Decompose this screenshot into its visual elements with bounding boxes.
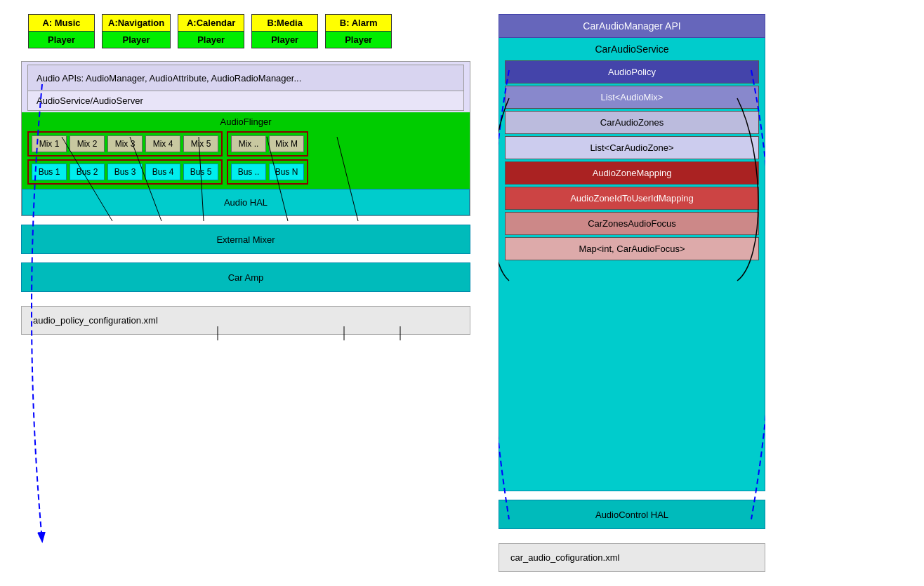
app-title-navigation: A:Navigation — [103, 15, 170, 32]
app-player-calendar: Player — [178, 32, 244, 48]
app-title-media: B:Media — [252, 15, 317, 32]
left-panel: A: Music Player A:Navigation Player A:Ca… — [21, 14, 470, 572]
bus-row: Bus 1 Bus 2 Bus 3 Bus 4 Bus 5 Bus .. Bus… — [27, 159, 464, 185]
xml-left-label: audio_policy_configuration.xml — [33, 315, 158, 326]
r-box-car-audio-zones: CarAudioZones — [505, 111, 759, 134]
app-box-calendar: A:Calendar Player — [178, 14, 244, 48]
r-box-list-car-audio-zone: List<CarAudioZone> — [505, 136, 759, 159]
car-audio-manager-api: CarAudioManager API — [499, 14, 765, 38]
audio-service-label: AudioService/AudioServer — [37, 95, 143, 106]
mix-row: Mix 1 Mix 2 Mix 3 Mix 4 Mix 5 Mix .. Mix… — [27, 131, 464, 157]
app-player-navigation: Player — [103, 32, 170, 48]
mix-group-2: Mix .. Mix M — [227, 131, 308, 157]
app-player-media: Player — [252, 32, 317, 48]
app-title-alarm: B: Alarm — [326, 15, 391, 32]
mix-box-5: Mix 5 — [183, 135, 218, 152]
audio-service-section: Audio APIs: AudioManager, AudioAttribute… — [21, 61, 470, 216]
app-box-alarm: B: Alarm Player — [325, 14, 392, 48]
audio-hal-layer: Audio HAL — [22, 189, 470, 215]
audio-control-hal: AudioControl HAL — [499, 500, 765, 529]
mix-box-4: Mix 4 — [145, 135, 180, 152]
audio-apis-layer: Audio APIs: AudioManager, AudioAttribute… — [27, 65, 464, 91]
car-amp-label: Car Amp — [228, 272, 264, 283]
r-box-list-audiomix: List<AudioMix> — [505, 86, 759, 109]
audio-hal-label: Audio HAL — [224, 197, 268, 208]
bus-box-2: Bus 2 — [70, 164, 105, 180]
bus-box-dots: Bus .. — [231, 164, 266, 180]
car-amp-layer: Car Amp — [21, 262, 470, 292]
app-player-music: Player — [29, 32, 94, 48]
api-label: CarAudioManager API — [583, 20, 680, 32]
audio-service-layer: AudioService/AudioServer — [27, 91, 464, 111]
mix-box-3: Mix 3 — [107, 135, 143, 152]
mix-box-1: Mix 1 — [32, 135, 67, 152]
bus-group-1: Bus 1 Bus 2 Bus 3 Bus 4 Bus 5 — [27, 159, 223, 185]
car-audio-service-container: CarAudioService AudioPolicy List<AudioMi… — [499, 38, 765, 491]
app-row: A: Music Player A:Navigation Player A:Ca… — [28, 14, 470, 48]
xml-right-label: car_audio_cofiguration.xml — [510, 552, 619, 563]
mix-box-2: Mix 2 — [70, 135, 105, 152]
app-box-navigation: A:Navigation Player — [102, 14, 171, 48]
bus-box-4: Bus 4 — [145, 164, 180, 180]
app-title-calendar: A:Calendar — [178, 15, 244, 32]
app-box-music: A: Music Player — [28, 14, 95, 48]
audio-control-hal-label: AudioControl HAL — [595, 510, 668, 520]
r-box-audio-zone-id: AudioZoneIdToUserIdMapping — [505, 187, 759, 210]
audio-flinger-section: AudioFlinger Mix 1 Mix 2 Mix 3 Mix 4 Mix… — [22, 112, 470, 189]
bus-box-n: Bus N — [269, 164, 304, 180]
r-box-audio-policy: AudioPolicy — [505, 60, 759, 84]
bus-box-5: Bus 5 — [183, 164, 218, 180]
right-stack: AudioPolicy List<AudioMix> CarAudioZones… — [505, 60, 759, 260]
r-box-car-zones-audio-focus: CarZonesAudioFocus — [505, 212, 759, 235]
bus-box-1: Bus 1 — [32, 164, 67, 180]
app-title-music: A: Music — [29, 15, 94, 32]
mix-group-1: Mix 1 Mix 2 Mix 3 Mix 4 Mix 5 — [27, 131, 223, 157]
bus-box-3: Bus 3 — [107, 164, 143, 180]
audio-apis-label: Audio APIs: AudioManager, AudioAttribute… — [37, 73, 301, 84]
app-player-alarm: Player — [326, 32, 391, 48]
r-box-audio-zone-mapping: AudioZoneMapping — [505, 161, 759, 185]
bus-group-2: Bus .. Bus N — [227, 159, 308, 185]
xml-box-left: audio_policy_configuration.xml — [21, 306, 470, 335]
xml-box-right: car_audio_cofiguration.xml — [499, 543, 765, 572]
audio-flinger-label: AudioFlinger — [27, 116, 464, 127]
car-audio-service-label: CarAudioService — [505, 44, 759, 55]
external-mixer-layer: External Mixer — [21, 225, 470, 254]
mix-box-dots: Mix .. — [231, 135, 266, 152]
r-box-map-int: Map<int, CarAudioFocus> — [505, 237, 759, 260]
app-box-media: B:Media Player — [251, 14, 318, 48]
right-panel: CarAudioManager API CarAudioService Audi… — [499, 14, 765, 572]
external-mixer-label: External Mixer — [216, 234, 275, 245]
mix-box-m: Mix M — [269, 135, 304, 152]
